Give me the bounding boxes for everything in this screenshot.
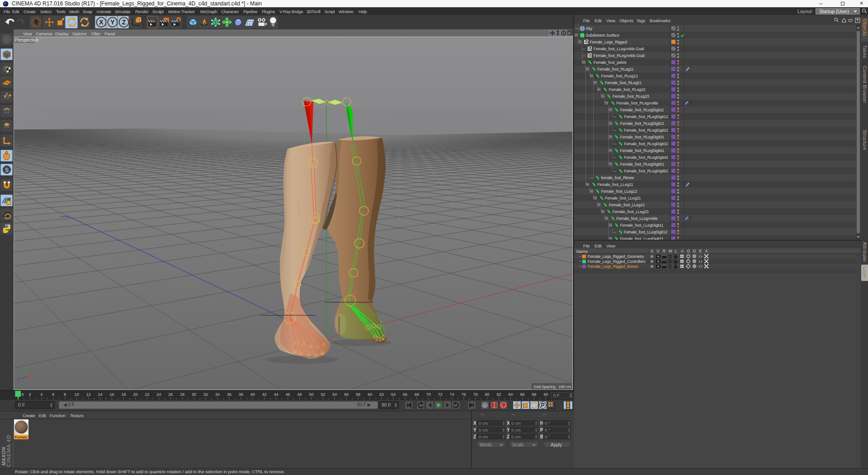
svg-text:0: 0: [21, 392, 24, 397]
svg-text:44: 44: [274, 392, 278, 397]
svg-text:50: 50: [309, 392, 313, 397]
svg-text:52: 52: [321, 392, 325, 397]
svg-text:30: 30: [192, 392, 196, 397]
svg-text:Female_: Female_: [15, 435, 29, 439]
svg-text:80: 80: [485, 392, 490, 397]
svg-text:X: X: [34, 377, 36, 380]
svg-text:82: 82: [497, 392, 501, 397]
svg-text:86: 86: [520, 392, 524, 397]
svg-text:84: 84: [508, 392, 513, 397]
svg-text:6: 6: [52, 392, 54, 397]
svg-text:X: X: [99, 19, 104, 26]
svg-text:26: 26: [168, 392, 173, 397]
svg-text:58: 58: [356, 392, 360, 397]
svg-text:20: 20: [133, 392, 137, 397]
svg-text:Y: Y: [110, 19, 115, 26]
svg-text:14: 14: [98, 392, 103, 397]
svg-text:Z: Z: [122, 19, 126, 26]
svg-text:72: 72: [438, 392, 443, 397]
svg-text:88: 88: [532, 392, 536, 397]
svg-text:62: 62: [379, 392, 384, 397]
svg-text:40: 40: [250, 392, 255, 397]
svg-text:16: 16: [110, 392, 114, 397]
svg-text:70: 70: [426, 392, 431, 397]
svg-text:68: 68: [415, 392, 419, 397]
svg-text:54: 54: [332, 392, 337, 397]
svg-text:4: 4: [40, 392, 42, 397]
svg-text:8: 8: [64, 392, 66, 397]
svg-text:18: 18: [121, 392, 126, 397]
svg-text:90: 90: [543, 392, 548, 397]
svg-text:Y: Y: [24, 366, 26, 369]
svg-text:48: 48: [297, 392, 302, 397]
svg-text:10: 10: [75, 392, 79, 397]
svg-text:32: 32: [203, 392, 208, 397]
svg-text:22: 22: [145, 392, 149, 397]
svg-text:24: 24: [156, 392, 161, 397]
svg-text:P: P: [541, 402, 544, 408]
svg-text:36: 36: [227, 392, 231, 397]
svg-text:78: 78: [473, 392, 478, 397]
svg-text:12: 12: [86, 392, 91, 397]
svg-text:76: 76: [462, 392, 466, 397]
svg-text:28: 28: [180, 392, 184, 397]
svg-text:64: 64: [391, 392, 396, 397]
svg-text:42: 42: [262, 392, 267, 397]
svg-text:56: 56: [344, 392, 349, 397]
svg-text:S: S: [5, 166, 9, 173]
svg-text:?: ?: [502, 403, 505, 408]
svg-text:66: 66: [403, 392, 407, 397]
svg-text:34: 34: [215, 392, 220, 397]
svg-text:46: 46: [286, 392, 290, 397]
svg-text:Z: Z: [17, 377, 19, 380]
svg-text:60: 60: [368, 392, 372, 397]
svg-text:74: 74: [450, 392, 454, 397]
svg-text:2: 2: [28, 392, 31, 397]
svg-text:38: 38: [239, 392, 243, 397]
